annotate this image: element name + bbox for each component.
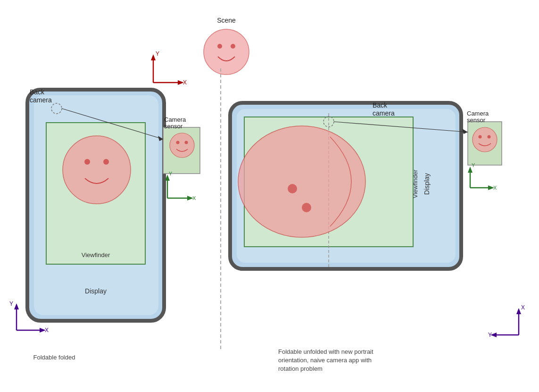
svg-text:Y: Y	[169, 171, 173, 176]
svg-text:X: X	[183, 79, 187, 86]
svg-point-15	[103, 159, 109, 165]
svg-marker-67	[488, 185, 494, 190]
svg-text:Camera: Camera	[164, 116, 186, 123]
svg-text:Display: Display	[85, 287, 107, 295]
svg-marker-39	[40, 328, 46, 333]
svg-text:Foldable unfolded with new por: Foldable unfolded with new portrait	[278, 348, 373, 355]
svg-text:sensor: sensor	[467, 117, 486, 124]
svg-rect-45	[244, 117, 413, 247]
svg-point-0	[204, 29, 249, 75]
svg-point-13	[63, 136, 131, 204]
svg-point-24	[185, 141, 188, 144]
svg-text:orientation, naive camera app : orientation, naive camera app with	[278, 357, 372, 364]
svg-text:camera: camera	[30, 96, 52, 104]
svg-point-58	[488, 135, 491, 139]
svg-point-14	[84, 159, 90, 165]
svg-rect-44	[237, 109, 456, 263]
svg-rect-21	[163, 127, 200, 174]
main-container: Scene Y X Viewfinder Display Back camera	[0, 0, 539, 392]
diagram-svg: Scene Y X Viewfinder Display Back camera	[0, 0, 539, 392]
svg-text:X: X	[493, 185, 497, 191]
svg-point-57	[479, 135, 482, 139]
svg-point-1	[217, 44, 222, 49]
svg-point-16	[51, 103, 62, 114]
svg-marker-33	[187, 196, 193, 200]
svg-text:Display: Display	[423, 173, 431, 195]
svg-rect-12	[46, 123, 145, 264]
svg-line-27	[62, 108, 163, 139]
svg-point-49	[302, 203, 311, 212]
svg-text:X: X	[45, 327, 49, 334]
svg-text:rotation problem: rotation problem	[278, 365, 323, 372]
svg-text:Y: Y	[9, 300, 13, 307]
svg-marker-64	[468, 167, 473, 173]
svg-text:Foldable folded: Foldable folded	[33, 354, 75, 361]
svg-text:Back: Back	[30, 88, 45, 96]
svg-text:Camera: Camera	[467, 110, 489, 117]
svg-text:Viewfinder: Viewfinder	[412, 169, 419, 198]
svg-text:Y: Y	[488, 332, 492, 338]
svg-text:X: X	[521, 304, 525, 311]
svg-rect-55	[468, 122, 502, 165]
svg-text:camera: camera	[373, 109, 395, 117]
svg-point-50	[323, 117, 334, 127]
svg-text:Y: Y	[472, 162, 475, 168]
svg-marker-70	[516, 308, 521, 314]
svg-line-61	[334, 122, 468, 132]
svg-rect-10	[27, 90, 164, 321]
svg-marker-8	[178, 80, 184, 85]
svg-text:Scene: Scene	[217, 17, 236, 24]
svg-marker-36	[14, 303, 19, 309]
svg-marker-30	[165, 175, 170, 181]
svg-point-23	[176, 141, 180, 144]
svg-text:X: X	[192, 195, 196, 201]
svg-marker-62	[462, 129, 468, 134]
svg-point-2	[231, 44, 235, 49]
svg-point-48	[288, 184, 297, 193]
svg-rect-11	[34, 95, 158, 315]
svg-marker-73	[490, 333, 497, 337]
svg-point-47	[238, 126, 365, 237]
svg-text:Back: Back	[373, 101, 388, 109]
svg-point-56	[473, 127, 497, 152]
svg-point-22	[170, 133, 194, 158]
svg-marker-28	[158, 136, 163, 141]
svg-rect-43	[230, 103, 461, 269]
svg-text:Viewfinder: Viewfinder	[82, 251, 110, 259]
svg-marker-5	[151, 54, 156, 60]
svg-text:Y: Y	[156, 50, 159, 57]
svg-text:sensor: sensor	[164, 123, 183, 130]
